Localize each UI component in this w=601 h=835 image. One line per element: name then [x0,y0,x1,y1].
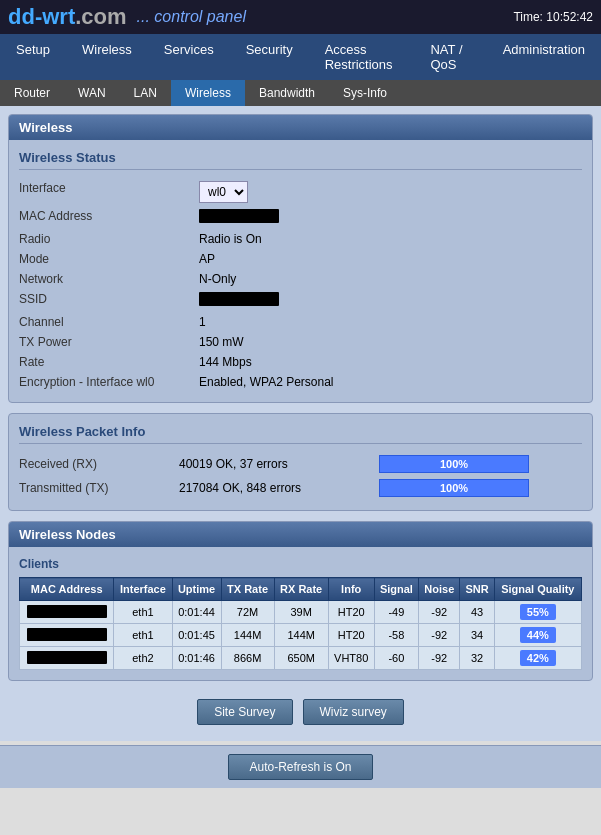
network-value: N-Only [199,272,236,286]
nav-access-restrictions[interactable]: Access Restrictions [309,34,415,80]
cell-tx-rate: 72M [221,601,274,624]
mode-value: AP [199,252,215,266]
col-signal: Signal [374,578,419,601]
cell-interface: eth1 [114,624,172,647]
site-survey-button[interactable]: Site Survey [197,699,292,725]
signal-quality-badge: 44% [520,627,556,643]
tab-wan[interactable]: WAN [64,80,120,106]
ssid-label: SSID [19,292,199,309]
rate-row: Rate 144 Mbps [19,352,582,372]
action-buttons: Site Survey Wiviz survey [8,691,593,733]
cell-uptime: 0:01:45 [172,624,221,647]
radio-value: Radio is On [199,232,262,246]
col-noise: Noise [419,578,460,601]
tx-label: Transmitted (TX) [19,481,179,495]
tab-router[interactable]: Router [0,80,64,106]
tx-row: Transmitted (TX) 217084 OK, 848 errors 1… [19,476,582,500]
cell-noise: -92 [419,624,460,647]
tab-lan[interactable]: LAN [120,80,171,106]
cell-rx-rate: 144M [274,624,328,647]
ssid-value [199,292,279,309]
wireless-status-section: Wireless Status Interface wl0 MAC Addres… [9,140,592,402]
wireless-nodes-section: Clients MAC Address Interface Uptime TX … [9,547,592,680]
interface-label: Interface [19,181,199,203]
auto-refresh-button[interactable]: Auto-Refresh is On [228,754,372,780]
wireless-nodes-title: Wireless Nodes [9,522,592,547]
header: dd-wrt.com ... control panel Time: 10:52… [0,0,601,34]
txpower-value: 150 mW [199,335,244,349]
packet-info-box: Wireless Packet Info Received (RX) 40019… [8,413,593,511]
cell-rx-rate: 39M [274,601,328,624]
nav-security[interactable]: Security [230,34,309,80]
channel-value: 1 [199,315,206,329]
cell-tx-rate: 866M [221,647,274,670]
packet-info-section: Wireless Packet Info Received (RX) 40019… [9,414,592,510]
col-snr: SNR [460,578,494,601]
rx-label: Received (RX) [19,457,179,471]
cell-info: HT20 [328,624,374,647]
txpower-label: TX Power [19,335,199,349]
table-row: eth2 0:01:46 866M 650M VHT80 -60 -92 32 … [20,647,582,670]
interface-value: wl0 [199,181,248,203]
clients-table: MAC Address Interface Uptime TX Rate RX … [19,577,582,670]
mode-label: Mode [19,252,199,266]
cell-signal-quality: 42% [494,647,581,670]
nav-administration[interactable]: Administration [487,34,601,80]
footer: Auto-Refresh is On [0,745,601,788]
ssid-row: SSID [19,289,582,312]
wireless-section-box: Wireless Wireless Status Interface wl0 M… [8,114,593,403]
cell-mac [20,601,114,624]
cell-signal: -58 [374,624,419,647]
channel-row: Channel 1 [19,312,582,332]
mac-row: MAC Address [19,206,582,229]
wireless-status-header: Wireless Status [19,150,582,170]
control-panel-text: ... control panel [137,8,246,26]
interface-row: Interface wl0 [19,178,582,206]
col-info: Info [328,578,374,601]
wireless-nodes-box: Wireless Nodes Clients MAC Address Inter… [8,521,593,681]
table-row: eth1 0:01:44 72M 39M HT20 -49 -92 43 55% [20,601,582,624]
rx-value: 40019 OK, 37 errors [179,457,379,471]
logo: dd-wrt.com [8,4,127,30]
cell-interface: eth1 [114,601,172,624]
col-rx-rate: RX Rate [274,578,328,601]
tab-bandwidth[interactable]: Bandwidth [245,80,329,106]
col-signal-quality: Signal Quality [494,578,581,601]
cell-tx-rate: 144M [221,624,274,647]
encryption-value: Enabled, WPA2 Personal [199,375,334,389]
main-content: Wireless Wireless Status Interface wl0 M… [0,106,601,741]
signal-quality-badge: 42% [520,650,556,666]
interface-select[interactable]: wl0 [199,181,248,203]
cell-snr: 34 [460,624,494,647]
encryption-row: Encryption - Interface wl0 Enabled, WPA2… [19,372,582,392]
table-header-row: MAC Address Interface Uptime TX Rate RX … [20,578,582,601]
cell-signal: -60 [374,647,419,670]
cell-snr: 32 [460,647,494,670]
cell-uptime: 0:01:44 [172,601,221,624]
rx-row: Received (RX) 40019 OK, 37 errors 100% [19,452,582,476]
nav-nat-qos[interactable]: NAT / QoS [414,34,486,80]
rx-progress-bar: 100% [379,455,529,473]
tab-sys-info[interactable]: Sys-Info [329,80,401,106]
encryption-label: Encryption - Interface wl0 [19,375,199,389]
col-uptime: Uptime [172,578,221,601]
wiviz-survey-button[interactable]: Wiviz survey [303,699,404,725]
txpower-row: TX Power 150 mW [19,332,582,352]
cell-snr: 43 [460,601,494,624]
channel-label: Channel [19,315,199,329]
col-interface: Interface [114,578,172,601]
packet-info-header: Wireless Packet Info [19,424,582,444]
cell-noise: -92 [419,601,460,624]
cell-interface: eth2 [114,647,172,670]
nav-services[interactable]: Services [148,34,230,80]
mode-row: Mode AP [19,249,582,269]
nav-setup[interactable]: Setup [0,34,66,80]
tab-wireless[interactable]: Wireless [171,80,245,106]
mac-label: MAC Address [19,209,199,226]
section-title: Wireless [9,115,592,140]
cell-signal-quality: 55% [494,601,581,624]
cell-info: HT20 [328,601,374,624]
time-display: Time: 10:52:42 [513,10,593,24]
cell-mac [20,647,114,670]
nav-wireless[interactable]: Wireless [66,34,148,80]
